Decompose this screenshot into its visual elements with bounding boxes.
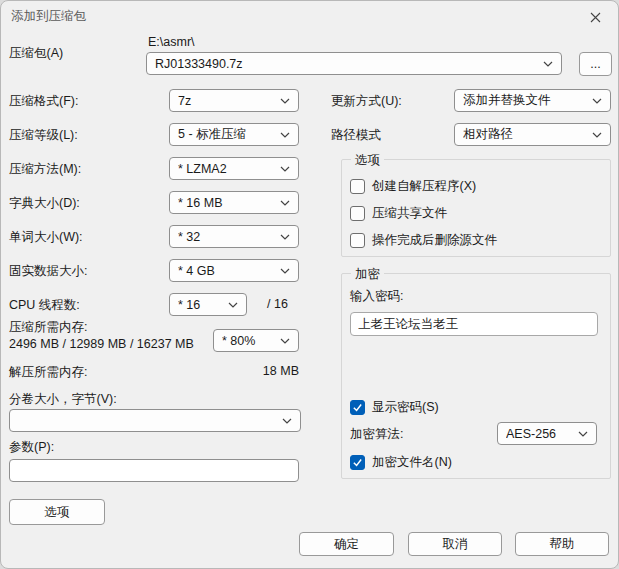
checkbox-label: 压缩共享文件 xyxy=(372,205,447,222)
dictionary-label: 字典大小(D): xyxy=(9,195,80,212)
level-label: 压缩等级(L): xyxy=(9,127,78,144)
checkbox-label: 操作完成后删除源文件 xyxy=(372,232,497,249)
checkbox-show-password[interactable]: 显示密码(S) xyxy=(350,398,439,416)
level-combo[interactable]: 5 - 标准压缩 xyxy=(169,123,299,146)
chevron-down-icon xyxy=(280,268,290,274)
memory-decompress-value: 18 MB xyxy=(241,364,299,378)
method-label: 压缩方法(M): xyxy=(9,161,81,178)
chevron-down-icon xyxy=(280,132,290,138)
encryption-method-combo[interactable]: AES-256 xyxy=(497,422,597,445)
archive-label: 压缩包(A) xyxy=(9,45,63,62)
close-button[interactable] xyxy=(582,6,608,28)
word-size-combo[interactable]: * 32 xyxy=(169,225,299,248)
memory-compress-label: 压缩所需内存: xyxy=(9,319,87,336)
cpu-threads-combo[interactable]: * 16 xyxy=(169,293,247,316)
chevron-down-icon xyxy=(280,200,290,206)
password-input[interactable] xyxy=(350,312,598,336)
cpu-threads-value: * 16 xyxy=(178,298,224,312)
cpu-threads-label: CPU 线程数: xyxy=(9,297,80,314)
parameters-input[interactable] xyxy=(9,459,299,482)
checkbox-label: 加密文件名(N) xyxy=(372,454,452,471)
word-size-value: * 32 xyxy=(178,230,276,244)
chevron-down-icon xyxy=(280,338,290,344)
volume-size-label: 分卷大小，字节(V): xyxy=(9,391,117,408)
chevron-down-icon xyxy=(228,302,238,308)
chevron-down-icon xyxy=(280,166,290,172)
volume-size-combo[interactable] xyxy=(9,409,301,432)
solid-block-value: * 4 GB xyxy=(178,264,276,278)
options-group-title: 选项 xyxy=(351,152,384,169)
dictionary-combo[interactable]: * 16 MB xyxy=(169,191,299,214)
options-button[interactable]: 选项 xyxy=(9,499,105,525)
chevron-down-icon xyxy=(578,431,588,437)
chevron-down-icon xyxy=(592,132,602,138)
encryption-method-label: 加密算法: xyxy=(350,426,403,443)
archive-name-value: RJ01333490.7z xyxy=(155,57,539,71)
encryption-group: 加密 输入密码: 显示密码(S) 加密算法: AES-256 加密文件名(N) xyxy=(341,273,611,479)
checkbox-box[interactable] xyxy=(350,233,365,248)
checkbox-create-sfx[interactable]: 创建自解压程序(X) xyxy=(350,177,476,195)
add-to-archive-dialog: 添加到压缩包 压缩包(A) E:\asmr\ RJ01333490.7z ...… xyxy=(0,0,619,569)
encryption-method-value: AES-256 xyxy=(506,427,574,441)
memory-decompress-label: 解压所需内存: xyxy=(9,364,87,381)
chevron-down-icon xyxy=(543,61,553,67)
memory-compress-combo[interactable]: * 80% xyxy=(213,329,299,352)
format-label: 压缩格式(F): xyxy=(9,93,78,110)
checkbox-box[interactable] xyxy=(350,179,365,194)
memory-compress-detail: 2496 MB / 12989 MB / 16237 MB xyxy=(9,337,194,351)
close-icon xyxy=(590,12,601,23)
ok-button[interactable]: 确定 xyxy=(299,532,394,556)
options-group: 选项 创建自解压程序(X) 压缩共享文件 操作完成后删除源文件 xyxy=(341,159,611,257)
checkbox-label: 创建自解压程序(X) xyxy=(372,178,476,195)
dictionary-value: * 16 MB xyxy=(178,196,276,210)
chevron-down-icon xyxy=(280,98,290,104)
update-mode-value: 添加并替换文件 xyxy=(463,92,588,109)
archive-name-combo[interactable]: RJ01333490.7z xyxy=(146,52,562,75)
path-mode-combo[interactable]: 相对路径 xyxy=(454,123,611,146)
solid-block-combo[interactable]: * 4 GB xyxy=(169,259,299,282)
word-size-label: 单词大小(W): xyxy=(9,229,83,246)
method-value: * LZMA2 xyxy=(178,162,276,176)
method-combo[interactable]: * LZMA2 xyxy=(169,157,299,180)
memory-compress-value: * 80% xyxy=(222,334,276,348)
archive-directory: E:\asmr\ xyxy=(148,35,195,49)
dialog-title: 添加到压缩包 xyxy=(11,8,86,25)
parameters-label: 参数(P): xyxy=(9,439,54,456)
checkbox-delete-after[interactable]: 操作完成后删除源文件 xyxy=(350,231,497,249)
path-mode-label: 路径模式 xyxy=(331,127,381,144)
solid-block-label: 固实数据大小: xyxy=(9,263,87,280)
checkbox-compress-shared[interactable]: 压缩共享文件 xyxy=(350,204,447,222)
checkbox-box[interactable] xyxy=(350,455,365,470)
update-mode-combo[interactable]: 添加并替换文件 xyxy=(454,89,611,112)
encryption-group-title: 加密 xyxy=(351,266,384,283)
title-bar: 添加到压缩包 xyxy=(1,1,618,31)
path-mode-value: 相对路径 xyxy=(463,126,588,143)
checkbox-box[interactable] xyxy=(350,400,365,415)
cpu-threads-total: / 16 xyxy=(267,297,288,311)
chevron-down-icon xyxy=(282,418,292,424)
format-combo[interactable]: 7z xyxy=(169,89,299,112)
level-value: 5 - 标准压缩 xyxy=(178,126,276,143)
help-button[interactable]: 帮助 xyxy=(515,532,609,556)
checkbox-encrypt-filenames[interactable]: 加密文件名(N) xyxy=(350,453,452,471)
password-label: 输入密码: xyxy=(350,288,403,305)
format-value: 7z xyxy=(178,94,276,108)
chevron-down-icon xyxy=(280,234,290,240)
update-mode-label: 更新方式(U): xyxy=(331,93,402,110)
checkbox-label: 显示密码(S) xyxy=(372,399,439,416)
browse-button[interactable]: ... xyxy=(579,52,612,76)
checkbox-box[interactable] xyxy=(350,206,365,221)
cancel-button[interactable]: 取消 xyxy=(408,532,502,556)
chevron-down-icon xyxy=(592,98,602,104)
